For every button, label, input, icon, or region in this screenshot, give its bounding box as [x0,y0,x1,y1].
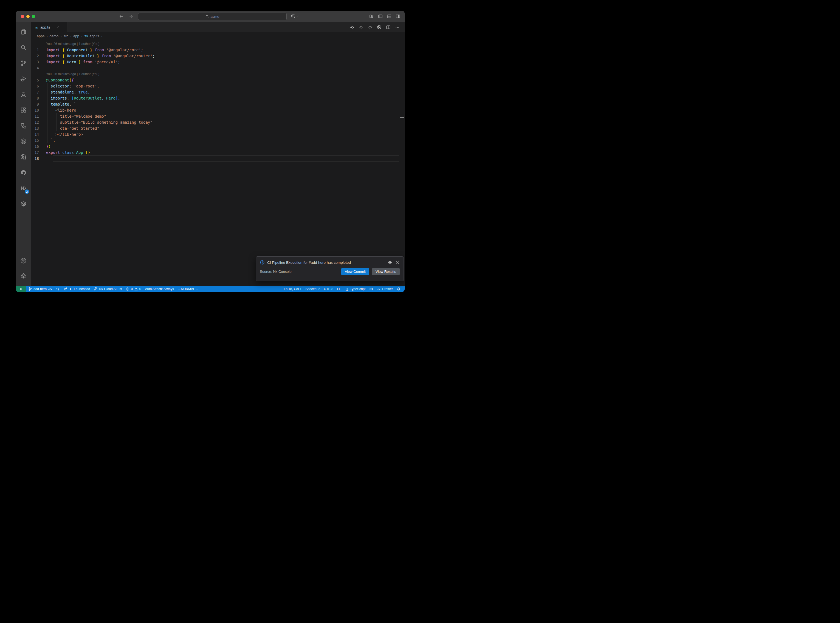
minimize-window-button[interactable] [26,15,30,18]
line-number[interactable]: 17 [31,149,46,155]
line-number[interactable]: 9 [31,101,46,107]
breadcrumb-item-appts[interactable]: TSapp.ts [84,34,99,38]
code-content: imports: [RouterOutlet, Hero], [46,95,405,101]
code-line-7: 7 standalone: true, [31,89,405,95]
line-number[interactable]: 15 [31,137,46,143]
breadcrumb-item-app[interactable]: app [73,34,79,38]
code-line-3: 3import { Hero } from '@acme/ui'; [31,59,405,65]
split-editor-icon[interactable] [386,25,391,30]
status-item-launchpad[interactable]: Launchpad [61,286,92,292]
line-number[interactable]: 7 [31,89,46,95]
status-item-problems[interactable]: 00 [124,286,143,292]
svg-text:TS: TS [34,26,38,29]
activity-item-gitlens[interactable] [16,134,31,149]
status-item-eol[interactable]: LF [335,286,343,292]
badge: 2 [25,189,29,194]
line-number[interactable]: 2 [31,53,46,59]
gitlens-icon[interactable] [377,25,382,30]
panel-left-icon[interactable] [378,14,383,18]
status-item-indentation[interactable]: Spaces: 2 [303,286,322,292]
line-number[interactable] [31,71,46,77]
remote-indicator[interactable] [16,286,26,292]
layout-icon[interactable] [369,14,374,18]
close-icon[interactable] [396,261,400,265]
line-number[interactable]: 5 [31,77,46,83]
notification-title: CI Pipeline Execution for #add-hero has … [267,261,385,265]
activity-item-accounts[interactable] [16,253,31,268]
line-number[interactable]: 4 [31,65,46,71]
breadcrumb-item-src[interactable]: src [63,34,68,38]
breadcrumb-item-[interactable]: … [104,34,108,38]
ellipsis-icon[interactable] [395,25,400,30]
code-editor[interactable]: You, 26 minutes ago | 1 author (You)1imp… [31,40,405,286]
status-item-notifications-bell[interactable] [395,286,402,292]
indent-guide [52,107,52,113]
activity-item-testing[interactable] [16,87,31,102]
arrow-right-icon[interactable] [129,14,133,18]
activity-item-nx-console[interactable]: 2 [16,180,31,196]
blame-row: You, 26 minutes ago | 1 author (You) [31,41,405,47]
line-number[interactable]: 1 [31,47,46,53]
view-commit-button[interactable]: View Commit [341,268,369,275]
arrow-left-icon[interactable] [119,14,123,18]
overview-ruler[interactable] [400,40,405,286]
activity-item-containers[interactable] [16,196,31,212]
copilot-icon [291,14,296,18]
status-item-nx-cloud-ai-fix[interactable]: Nx Cloud AI Fix [92,286,124,292]
status-label: Auto Attach: Always [145,287,174,291]
line-number[interactable]: 18 [31,155,46,161]
activity-item-explorer[interactable] [16,24,31,40]
copilot-menu-button[interactable] [291,14,299,18]
files-icon [20,29,27,35]
open-next-change-icon[interactable] [368,25,373,30]
open-previous-change-icon[interactable] [350,25,355,30]
activity-item-references[interactable] [16,118,31,134]
status-item-vim-mode[interactable]: -- NORMAL -- [176,286,200,292]
status-item-prettier[interactable]: Prettier [375,286,395,292]
line-number[interactable]: 13 [31,125,46,131]
activity-item-search[interactable] [16,40,31,55]
line-number[interactable]: 11 [31,113,46,119]
code-content: cta="Get Started" [46,125,405,131]
open-change-icon[interactable] [359,25,364,30]
zoom-window-button[interactable] [32,15,35,18]
activity-item-edge-devtools[interactable] [16,165,31,180]
line-number[interactable]: 10 [31,107,46,113]
status-item-git-branch[interactable]: add-hero [26,286,54,292]
activity-item-source-control[interactable] [16,55,31,71]
search-icon [206,15,209,18]
activity-item-extensions[interactable] [16,102,31,118]
status-label: UTF-8 [324,287,333,291]
breadcrumb-label: src [63,34,68,38]
search-input[interactable]: acme [138,12,287,20]
line-number[interactable]: 14 [31,131,46,137]
status-left: add-heroLaunchpadNx Cloud AI Fix00Auto A… [26,286,200,292]
code-line-15: 15 `, [31,137,405,143]
panel-right-icon[interactable] [396,14,400,18]
breadcrumb-item-demo[interactable]: demo [50,34,59,38]
activity-item-manage[interactable] [16,268,31,283]
gear-icon[interactable] [388,261,392,265]
status-item-encoding[interactable]: UTF-8 [322,286,335,292]
status-item-git-compare[interactable] [54,286,61,292]
line-number[interactable]: 6 [31,83,46,89]
line-number[interactable]: 16 [31,143,46,149]
activity-item-run-and-debug[interactable] [16,71,31,87]
close-window-button[interactable] [21,15,24,18]
close-icon[interactable] [56,26,59,29]
line-number[interactable]: 12 [31,119,46,125]
breadcrumb-item-apps[interactable]: apps [37,34,45,38]
status-item-auto-attach[interactable]: Auto Attach: Always [143,286,176,292]
cloud-upload-icon [48,287,52,291]
status-item-cursor-position[interactable]: Ln 18, Col 1 [282,286,304,292]
activity-item-gitlens-inspect[interactable] [16,149,31,165]
view-results-button[interactable]: View Results [372,268,400,275]
status-item-language-mode[interactable]: {}TypeScript [343,286,368,292]
tab-app-ts[interactable]: TS app.ts [31,22,68,32]
line-number[interactable]: 3 [31,59,46,65]
notification-source: Source: Nx Console [260,270,338,274]
panel-bottom-icon[interactable] [387,14,392,18]
status-item-copilot[interactable] [367,286,375,292]
line-number[interactable] [31,41,46,47]
line-number[interactable]: 8 [31,95,46,101]
